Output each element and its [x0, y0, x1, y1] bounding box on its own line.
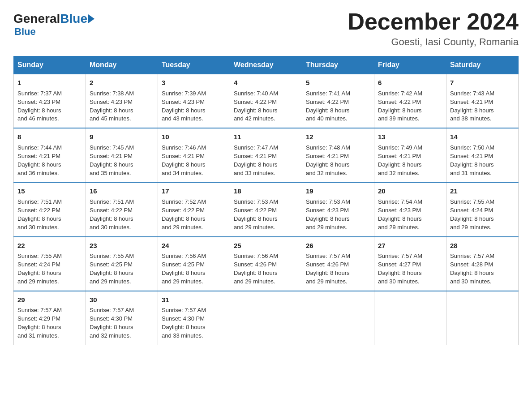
logo-triangle-icon [88, 14, 94, 23]
day-number: 7 [450, 78, 515, 88]
logo-blue-word: Blue [60, 13, 87, 25]
day-number: 20 [378, 186, 442, 196]
calendar-week-row: 29Sunrise: 7:57 AMSunset: 4:29 PMDayligh… [14, 291, 519, 345]
calendar-day-cell: 16Sunrise: 7:51 AMSunset: 4:22 PMDayligh… [86, 182, 158, 236]
month-year-title: December 2024 [348, 9, 519, 34]
day-info: Sunrise: 7:45 AMSunset: 4:21 PMDaylight:… [90, 144, 154, 177]
day-info: Sunrise: 7:55 AMSunset: 4:25 PMDaylight:… [90, 252, 154, 286]
day-number: 9 [90, 132, 154, 142]
day-number: 19 [306, 186, 370, 196]
calendar-day-cell: 19Sunrise: 7:53 AMSunset: 4:23 PMDayligh… [302, 182, 374, 236]
day-info: Sunrise: 7:57 AMSunset: 4:30 PMDaylight:… [90, 306, 154, 340]
day-number: 16 [90, 186, 154, 196]
day-info: Sunrise: 7:37 AMSunset: 4:23 PMDaylight:… [17, 90, 82, 123]
column-header-thursday: Thursday [302, 56, 374, 74]
calendar-day-cell: 6Sunrise: 7:42 AMSunset: 4:22 PMDaylight… [374, 74, 446, 128]
day-info: Sunrise: 7:51 AMSunset: 4:22 PMDaylight:… [17, 198, 82, 231]
calendar-day-cell: 17Sunrise: 7:52 AMSunset: 4:22 PMDayligh… [158, 182, 230, 236]
day-info: Sunrise: 7:39 AMSunset: 4:23 PMDaylight:… [162, 90, 226, 123]
day-info: Sunrise: 7:48 AMSunset: 4:21 PMDaylight:… [306, 144, 370, 177]
column-header-monday: Monday [86, 56, 158, 74]
day-info: Sunrise: 7:57 AMSunset: 4:26 PMDaylight:… [306, 252, 370, 286]
day-info: Sunrise: 7:46 AMSunset: 4:21 PMDaylight:… [162, 144, 226, 177]
day-number: 3 [162, 78, 226, 88]
calendar-day-cell: 13Sunrise: 7:49 AMSunset: 4:21 PMDayligh… [374, 128, 446, 182]
logo-general: General [13, 13, 60, 25]
day-number: 6 [378, 78, 442, 88]
day-number: 5 [306, 78, 370, 88]
calendar-day-cell: 20Sunrise: 7:54 AMSunset: 4:23 PMDayligh… [374, 182, 446, 236]
calendar-week-row: 15Sunrise: 7:51 AMSunset: 4:22 PMDayligh… [14, 182, 519, 236]
logo-text: General Blue [13, 13, 94, 25]
page-header: General Blue Blue December 2024 Goesti, … [13, 9, 519, 48]
day-info: Sunrise: 7:57 AMSunset: 4:28 PMDaylight:… [450, 252, 515, 286]
calendar-day-cell: 25Sunrise: 7:56 AMSunset: 4:26 PMDayligh… [230, 237, 302, 291]
day-number: 18 [234, 186, 298, 196]
day-number: 23 [90, 241, 154, 251]
day-number: 14 [450, 132, 515, 142]
day-info: Sunrise: 7:43 AMSunset: 4:21 PMDaylight:… [450, 90, 515, 123]
calendar-empty-cell [230, 291, 302, 345]
day-info: Sunrise: 7:57 AMSunset: 4:30 PMDaylight:… [162, 306, 226, 340]
column-header-saturday: Saturday [446, 56, 519, 74]
day-number: 26 [306, 241, 370, 251]
day-number: 11 [234, 132, 298, 142]
calendar-day-cell: 24Sunrise: 7:56 AMSunset: 4:25 PMDayligh… [158, 237, 230, 291]
day-info: Sunrise: 7:56 AMSunset: 4:25 PMDaylight:… [162, 252, 226, 286]
day-info: Sunrise: 7:51 AMSunset: 4:22 PMDaylight:… [90, 198, 154, 231]
day-number: 12 [306, 132, 370, 142]
day-info: Sunrise: 7:40 AMSunset: 4:22 PMDaylight:… [234, 90, 298, 123]
calendar-day-cell: 26Sunrise: 7:57 AMSunset: 4:26 PMDayligh… [302, 237, 374, 291]
calendar-table: SundayMondayTuesdayWednesdayThursdayFrid… [13, 56, 519, 345]
day-number: 13 [378, 132, 442, 142]
calendar-day-cell: 18Sunrise: 7:53 AMSunset: 4:22 PMDayligh… [230, 182, 302, 236]
day-info: Sunrise: 7:56 AMSunset: 4:26 PMDaylight:… [234, 252, 298, 286]
calendar-empty-cell [446, 291, 519, 345]
calendar-week-row: 1Sunrise: 7:37 AMSunset: 4:23 PMDaylight… [14, 74, 519, 128]
day-number: 17 [162, 186, 226, 196]
day-info: Sunrise: 7:38 AMSunset: 4:23 PMDaylight:… [90, 90, 154, 123]
day-number: 25 [234, 241, 298, 251]
calendar-day-cell: 10Sunrise: 7:46 AMSunset: 4:21 PMDayligh… [158, 128, 230, 182]
calendar-day-cell: 12Sunrise: 7:48 AMSunset: 4:21 PMDayligh… [302, 128, 374, 182]
day-number: 29 [17, 295, 82, 305]
column-header-friday: Friday [374, 56, 446, 74]
day-info: Sunrise: 7:52 AMSunset: 4:22 PMDaylight:… [162, 198, 226, 231]
calendar-day-cell: 1Sunrise: 7:37 AMSunset: 4:23 PMDaylight… [14, 74, 86, 128]
calendar-week-row: 22Sunrise: 7:55 AMSunset: 4:24 PMDayligh… [14, 237, 519, 291]
day-number: 2 [90, 78, 154, 88]
day-info: Sunrise: 7:53 AMSunset: 4:22 PMDaylight:… [234, 198, 298, 231]
column-header-wednesday: Wednesday [230, 56, 302, 74]
day-info: Sunrise: 7:42 AMSunset: 4:22 PMDaylight:… [378, 90, 442, 123]
calendar-day-cell: 8Sunrise: 7:44 AMSunset: 4:21 PMDaylight… [14, 128, 86, 182]
day-info: Sunrise: 7:54 AMSunset: 4:23 PMDaylight:… [378, 198, 442, 231]
calendar-day-cell: 3Sunrise: 7:39 AMSunset: 4:23 PMDaylight… [158, 74, 230, 128]
day-info: Sunrise: 7:41 AMSunset: 4:22 PMDaylight:… [306, 90, 370, 123]
day-info: Sunrise: 7:44 AMSunset: 4:21 PMDaylight:… [17, 144, 82, 177]
day-info: Sunrise: 7:50 AMSunset: 4:21 PMDaylight:… [450, 144, 515, 177]
day-number: 24 [162, 241, 226, 251]
day-info: Sunrise: 7:57 AMSunset: 4:29 PMDaylight:… [17, 306, 82, 340]
day-info: Sunrise: 7:57 AMSunset: 4:27 PMDaylight:… [378, 252, 442, 286]
calendar-day-cell: 22Sunrise: 7:55 AMSunset: 4:24 PMDayligh… [14, 237, 86, 291]
day-number: 15 [17, 186, 82, 196]
calendar-day-cell: 11Sunrise: 7:47 AMSunset: 4:21 PMDayligh… [230, 128, 302, 182]
day-number: 31 [162, 295, 226, 305]
calendar-day-cell: 15Sunrise: 7:51 AMSunset: 4:22 PMDayligh… [14, 182, 86, 236]
day-number: 22 [17, 241, 82, 251]
day-info: Sunrise: 7:49 AMSunset: 4:21 PMDaylight:… [378, 144, 442, 177]
location-subtitle: Goesti, Iasi County, Romania [348, 36, 519, 48]
calendar-day-cell: 27Sunrise: 7:57 AMSunset: 4:27 PMDayligh… [374, 237, 446, 291]
day-info: Sunrise: 7:53 AMSunset: 4:23 PMDaylight:… [306, 198, 370, 231]
column-header-tuesday: Tuesday [158, 56, 230, 74]
day-number: 30 [90, 295, 154, 305]
column-header-sunday: Sunday [14, 56, 86, 74]
day-number: 4 [234, 78, 298, 88]
calendar-day-cell: 29Sunrise: 7:57 AMSunset: 4:29 PMDayligh… [14, 291, 86, 345]
calendar-day-cell: 5Sunrise: 7:41 AMSunset: 4:22 PMDaylight… [302, 74, 374, 128]
calendar-header-row: SundayMondayTuesdayWednesdayThursdayFrid… [14, 56, 519, 74]
day-info: Sunrise: 7:47 AMSunset: 4:21 PMDaylight:… [234, 144, 298, 177]
day-number: 1 [17, 78, 82, 88]
calendar-day-cell: 2Sunrise: 7:38 AMSunset: 4:23 PMDaylight… [86, 74, 158, 128]
calendar-day-cell: 7Sunrise: 7:43 AMSunset: 4:21 PMDaylight… [446, 74, 519, 128]
